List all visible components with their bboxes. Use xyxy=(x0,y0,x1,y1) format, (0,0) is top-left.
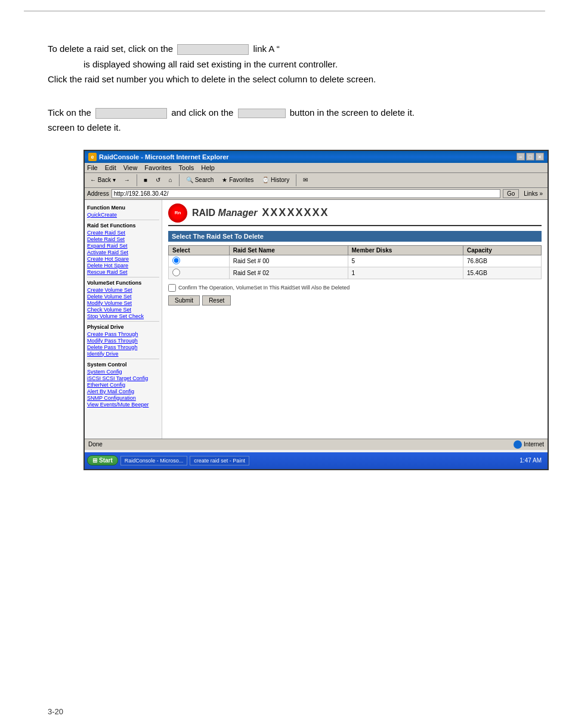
system-config-link[interactable]: System Config xyxy=(87,369,159,375)
delete-raid-set-link[interactable]: Delete Raid Set xyxy=(87,236,159,242)
quick-create-link[interactable]: QuickCreate xyxy=(87,212,159,218)
menu-tools[interactable]: Tools xyxy=(179,164,194,171)
reset-button[interactable]: Reset xyxy=(202,295,231,306)
menu-favorites[interactable]: Favorites xyxy=(144,164,171,171)
ie-window-controls[interactable]: − □ × xyxy=(517,153,544,161)
delete-hot-spare-link[interactable]: Delete Hot Spare xyxy=(87,263,159,269)
ie-addressbar: Address Go Links » xyxy=(85,188,548,200)
col-disks: Member Disks xyxy=(348,245,463,255)
start-button[interactable]: ⊞ Start xyxy=(87,455,118,465)
submit-button[interactable]: Submit xyxy=(168,295,200,306)
ie-minimize-btn[interactable]: − xyxy=(517,153,525,161)
address-input[interactable] xyxy=(112,189,500,198)
iscsi-target-config-link[interactable]: iSCSI SCSI Target Config xyxy=(87,375,159,381)
snmp-configuration-link[interactable]: SNMP Configuration xyxy=(87,395,159,401)
submit-button-image xyxy=(238,109,286,118)
ie-zone-text: Internet xyxy=(524,441,544,448)
ie-main-content: Function Menu QuickCreate Raid Set Funct… xyxy=(85,200,548,439)
menu-edit[interactable]: Edit xyxy=(105,164,116,171)
expand-raid-set-link[interactable]: Expand Raid Set xyxy=(87,243,159,249)
ie-sidebar: Function Menu QuickCreate Raid Set Funct… xyxy=(85,200,162,439)
ie-menubar: File Edit View Favorites Tools Help xyxy=(85,163,548,173)
search-button[interactable]: 🔍 Search xyxy=(183,175,217,184)
taskbar-item-ie[interactable]: RaidConsole - Microso... xyxy=(120,456,188,465)
raid-manager-header: Rn RAID Manager XXXXXXXX xyxy=(168,203,542,226)
activate-raid-set-link[interactable]: Activate Raid Set xyxy=(87,249,159,255)
ie-titlebar-left: e RaidConsole - Microsoft Internet Explo… xyxy=(88,153,229,161)
radio-row1[interactable] xyxy=(172,257,180,264)
identify-drive-link[interactable]: Identify Drive xyxy=(87,351,159,357)
table-row: Raid Set # 00 5 76.8GB xyxy=(169,255,542,267)
raid-logo-icon: Rn xyxy=(168,203,187,223)
address-label: Address xyxy=(87,190,109,197)
col-select: Select xyxy=(169,245,230,255)
toolbar-separator1 xyxy=(137,174,137,186)
menu-view[interactable]: View xyxy=(123,164,138,171)
content-area: To delete a raid set, click on the link … xyxy=(0,11,569,482)
row1-select[interactable] xyxy=(169,255,230,267)
mail-button[interactable]: ✉ xyxy=(300,175,311,184)
para1-text4: Click the raid set number you which to d… xyxy=(48,74,376,84)
back-button[interactable]: ← Back ▾ xyxy=(87,175,119,184)
history-button[interactable]: ⌚ History xyxy=(259,175,292,184)
create-hot-spare-link[interactable]: Create Hot Spare xyxy=(87,256,159,262)
modify-pass-through-link[interactable]: Modify Pass Through xyxy=(87,338,159,344)
para2-text4: screen to delete it. xyxy=(48,122,121,132)
para2-text3: button in the screen to delete it. xyxy=(290,107,415,118)
create-raid-set-link[interactable]: Create Raid Set xyxy=(87,230,159,236)
tick-checkbox-image xyxy=(95,108,167,119)
col-name: Raid Set Name xyxy=(229,245,348,255)
para2-text1: Tick on the xyxy=(48,107,91,118)
windows-taskbar: ⊞ Start RaidConsole - Microso... create … xyxy=(85,452,548,469)
toolbar-separator3 xyxy=(296,174,296,186)
delete-raid-set-link-image xyxy=(177,44,249,55)
para1-text2: link A “ xyxy=(253,44,279,54)
check-volume-set-link[interactable]: Check Volume Set xyxy=(87,307,159,313)
alert-mail-config-link[interactable]: Alert By Mail Config xyxy=(87,388,159,394)
row2-select[interactable] xyxy=(169,267,230,279)
view-events-link[interactable]: View Events/Mute Beeper xyxy=(87,402,159,408)
ie-close-btn[interactable]: × xyxy=(536,153,544,161)
go-button[interactable]: Go xyxy=(503,189,519,198)
table-row: Raid Set # 02 1 15.4GB xyxy=(169,267,542,279)
favorites-button[interactable]: ★ Favorites xyxy=(219,175,256,184)
delete-volume-set-link[interactable]: Delete Volume Set xyxy=(87,294,159,300)
ie-internet-badge: Internet xyxy=(514,440,544,449)
confirm-checkbox[interactable] xyxy=(168,284,176,292)
raid-set-functions-title: Raid Set Functions xyxy=(87,223,159,229)
ethernet-config-link[interactable]: EtherNet Config xyxy=(87,382,159,388)
modify-volume-set-link[interactable]: Modify Volume Set xyxy=(87,300,159,306)
instruction-para2: Tick on the and click on the button in t… xyxy=(48,105,533,135)
raid-title: RAID Manager xyxy=(192,208,257,218)
row1-capacity: 76.8GB xyxy=(463,255,542,267)
radio-row2[interactable] xyxy=(172,269,180,276)
ie-maximize-btn[interactable]: □ xyxy=(526,153,534,161)
home-button[interactable]: ⌂ xyxy=(166,175,175,184)
ie-toolbar: ← Back ▾ → ■ ↺ ⌂ 🔍 Search ★ Favorites ⌚ … xyxy=(85,173,548,188)
ie-statusbar: Done Internet xyxy=(85,439,548,450)
menu-file[interactable]: File xyxy=(87,164,98,171)
confirm-text: Confirm The Operation, VolumeSet In This… xyxy=(178,285,350,291)
taskbar-item-paint[interactable]: create raid set - Paint xyxy=(190,456,249,465)
row1-name: Raid Set # 00 xyxy=(229,255,348,267)
stop-volume-set-check-link[interactable]: Stop Volume Set Check xyxy=(87,313,159,319)
ie-logo-icon: e xyxy=(88,153,97,161)
forward-button[interactable]: → xyxy=(121,175,133,184)
ie-globe-icon xyxy=(514,440,522,449)
page-number: 3-20 xyxy=(48,707,63,716)
delete-pass-through-link[interactable]: Delete Pass Through xyxy=(87,344,159,350)
col-capacity: Capacity xyxy=(463,245,542,255)
browser-screenshot: e RaidConsole - Microsoft Internet Explo… xyxy=(84,150,549,470)
stop-button[interactable]: ■ xyxy=(141,175,150,184)
refresh-button[interactable]: ↺ xyxy=(153,175,163,184)
create-volume-set-link[interactable]: Create Volume Set xyxy=(87,287,159,293)
rescue-raid-set-link[interactable]: Rescue Raid Set xyxy=(87,269,159,275)
create-pass-through-link[interactable]: Create Pass Through xyxy=(87,331,159,337)
row2-name: Raid Set # 02 xyxy=(229,267,348,279)
volume-set-functions-title: VolumeSet Functions xyxy=(87,280,159,286)
menu-help[interactable]: Help xyxy=(201,164,215,171)
row2-capacity: 15.4GB xyxy=(463,267,542,279)
row1-disks: 5 xyxy=(348,255,463,267)
sidebar-divider3 xyxy=(87,321,159,322)
links-button[interactable]: Links » xyxy=(521,190,545,198)
